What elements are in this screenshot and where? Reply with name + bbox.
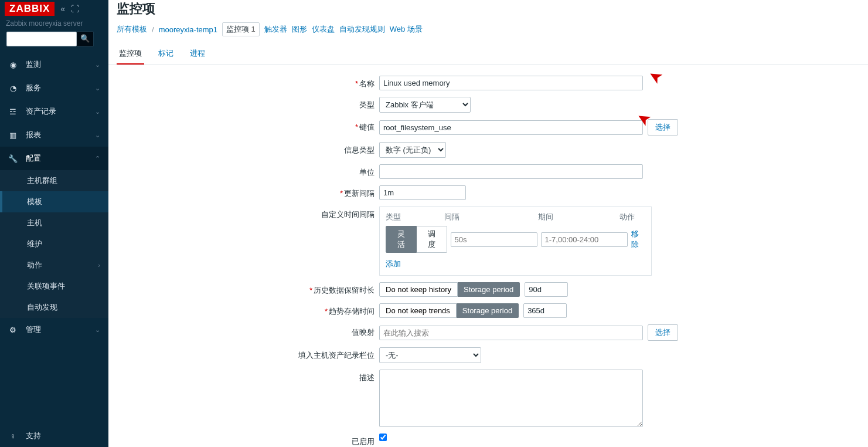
tab-item[interactable]: 监控项 xyxy=(117,43,144,65)
enabled-checkbox[interactable] xyxy=(379,434,387,441)
eye-icon: ◉ xyxy=(8,60,18,69)
lbl-trends: 趋势存储时间 xyxy=(329,307,375,316)
tab-proc[interactable]: 进程 xyxy=(188,43,207,65)
name-input[interactable] xyxy=(379,76,643,90)
sidebar-top: ZABBIX « ⛶ xyxy=(0,0,108,16)
nav-services-label: 服务 xyxy=(26,83,41,93)
page-title: 监控项 xyxy=(117,0,860,18)
gear-icon: ⚙ xyxy=(8,325,18,334)
tab-tags[interactable]: 标记 xyxy=(156,43,176,65)
fullscreen-icon[interactable]: ⛶ xyxy=(71,4,79,13)
search-wrap: 🔍 xyxy=(0,31,108,53)
valuemap-select-button[interactable]: 选择 xyxy=(648,324,678,341)
valuemap-input[interactable] xyxy=(379,326,643,340)
search-icon[interactable]: 🔍 xyxy=(77,32,93,46)
key-select-button[interactable]: 选择 xyxy=(648,119,678,136)
unit-input[interactable] xyxy=(379,164,643,179)
history-nokeep-button[interactable]: Do not keep history xyxy=(379,282,458,297)
nav-reports[interactable]: ▥ 报表 ⌄ xyxy=(0,123,108,147)
chevron-right-icon: › xyxy=(98,262,100,269)
trends-value-input[interactable] xyxy=(523,303,567,318)
chevron-down-icon: ⌄ xyxy=(95,61,100,69)
nav-admin-label: 管理 xyxy=(26,324,41,335)
type-select[interactable]: Zabbix 客户端 xyxy=(379,97,471,113)
subnav-hostgroups[interactable]: 主机群组 xyxy=(0,170,108,191)
lbl-enabled: 已启用 xyxy=(352,437,375,446)
lbl-unit: 单位 xyxy=(359,168,375,177)
bc-web[interactable]: Web 场景 xyxy=(390,24,423,35)
subnav-corr[interactable]: 关联项事件 xyxy=(0,276,108,297)
lbl-history: 历史数据保留时长 xyxy=(314,286,375,294)
search-input[interactable] xyxy=(6,32,77,46)
chevron-down-icon: ⌄ xyxy=(95,108,100,116)
key-input[interactable] xyxy=(379,120,643,135)
nav-inventory[interactable]: ☲ 资产记录 ⌄ xyxy=(0,100,108,123)
interval-input[interactable] xyxy=(379,185,466,200)
period-remove-link[interactable]: 移除 xyxy=(631,229,645,250)
bc-discovery[interactable]: 自动发现规则 xyxy=(339,24,385,35)
collapse-icon[interactable]: « xyxy=(60,4,65,13)
lbl-type: 类型 xyxy=(359,100,375,109)
history-value-input[interactable] xyxy=(525,282,568,297)
trends-nokeep-button[interactable]: Do not keep trends xyxy=(379,303,457,318)
bc-graphs[interactable]: 图形 xyxy=(292,24,307,35)
nav-admin[interactable]: ⚙ 管理 ⌄ xyxy=(0,318,108,341)
period-box: 类型 间隔 期间 动作 灵活 调度 移除 添加 xyxy=(379,206,652,276)
history-toggle: Do not keep history Storage period xyxy=(379,282,520,297)
nav-inventory-label: 资产记录 xyxy=(26,106,56,117)
chevron-down-icon: ⌄ xyxy=(95,131,100,139)
nav-monitor[interactable]: ◉ 监测 ⌄ xyxy=(0,53,108,76)
subnav-templates[interactable]: 模板 xyxy=(2,191,108,212)
lbl-inventory: 填入主机资产纪录栏位 xyxy=(298,351,375,360)
list-icon: ☲ xyxy=(8,107,18,116)
bc-dashboards[interactable]: 仪表盘 xyxy=(312,24,335,35)
infotype-select[interactable]: 数字 (无正负) xyxy=(379,142,446,158)
chevron-down-icon: ⌄ xyxy=(95,84,100,92)
main: 监控项 所有模板 / mooreyxia-temp1 监控项 1 触发器 图形 … xyxy=(108,0,868,447)
support-label: 支持 xyxy=(26,431,41,441)
inventory-select[interactable]: -无- xyxy=(379,347,481,363)
period-sched-button[interactable]: 调度 xyxy=(417,226,447,253)
lbl-interval: 更新间隔 xyxy=(344,189,375,198)
subnav-hosts[interactable]: 主机 xyxy=(0,212,108,233)
period-period-input[interactable] xyxy=(541,232,628,247)
bc-template[interactable]: mooreyxia-temp1 xyxy=(159,25,217,34)
lbl-infotype: 信息类型 xyxy=(344,145,375,154)
period-add-link[interactable]: 添加 xyxy=(386,259,401,268)
lbl-key: 键值 xyxy=(359,123,375,131)
history-storage-button[interactable]: Storage period xyxy=(458,282,520,297)
bc-all-templates[interactable]: 所有模板 xyxy=(117,24,147,35)
chevron-down-icon: ⌄ xyxy=(95,326,100,334)
lbl-description: 描述 xyxy=(359,373,375,382)
subnav-actions[interactable]: 动作 › xyxy=(0,255,108,276)
subnav-maint[interactable]: 维护 xyxy=(0,233,108,255)
period-interval-input[interactable] xyxy=(451,232,537,247)
period-flex-button[interactable]: 灵活 xyxy=(386,226,417,253)
lbl-custom-interval: 自定义时间间隔 xyxy=(321,210,375,219)
nav-services[interactable]: ◔ 服务 ⌄ xyxy=(0,76,108,100)
wrench-icon: 🔧 xyxy=(8,154,18,163)
bc-triggers[interactable]: 触发器 xyxy=(264,24,287,35)
breadcrumb: 所有模板 / mooreyxia-temp1 监控项 1 触发器 图形 仪表盘 … xyxy=(117,22,860,36)
form: *名称 ➤ 类型 Zabbix 客户端 *键值 选择 ➤ 信息类型 数字 (无正… xyxy=(108,65,868,447)
arrow-icon: ➤ xyxy=(645,65,666,89)
subnav-disc[interactable]: 自动发现 xyxy=(0,297,108,318)
description-textarea[interactable] xyxy=(379,370,643,427)
sidebar-foot: ♀ 支持 xyxy=(0,425,108,447)
lbl-valuemap: 值映射 xyxy=(352,328,375,337)
tabbar: 监控项 标记 进程 xyxy=(108,43,868,65)
nav-reports-label: 报表 xyxy=(26,130,41,140)
stopwatch-icon: ◔ xyxy=(8,83,18,93)
chart-icon: ▥ xyxy=(8,130,18,140)
trends-storage-button[interactable]: Storage period xyxy=(457,303,519,318)
search-box: 🔍 xyxy=(6,31,94,47)
period-type-toggle: 灵活 调度 xyxy=(386,226,447,253)
nav-config[interactable]: 🔧 配置 ⌃ xyxy=(0,147,108,170)
support-icon: ♀ xyxy=(8,431,18,441)
bc-items[interactable]: 监控项 1 xyxy=(222,22,260,36)
nav-config-sub: 主机群组 模板 主机 维护 动作 › 关联项事件 自动发现 xyxy=(0,170,108,318)
nav: ◉ 监测 ⌄ ◔ 服务 ⌄ ☲ 资产记录 ⌄ ▥ 报表 ⌄ 🔧 配置 ⌃ 主机群… xyxy=(0,53,108,341)
nav-monitor-label: 监测 xyxy=(26,59,41,70)
sidebar: ZABBIX « ⛶ Zabbix mooreyxia server 🔍 ◉ 监… xyxy=(0,0,108,447)
server-name: Zabbix mooreyxia server xyxy=(0,16,108,31)
